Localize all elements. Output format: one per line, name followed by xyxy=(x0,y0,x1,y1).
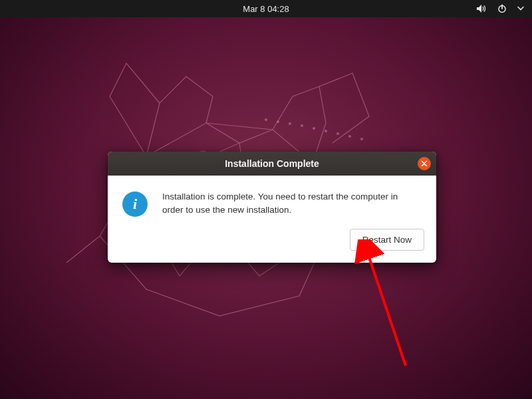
chevron-down-icon[interactable] xyxy=(517,6,524,11)
close-button[interactable] xyxy=(418,157,431,170)
close-icon xyxy=(421,160,428,167)
dialog-actions: Restart Now xyxy=(108,229,436,263)
svg-point-6 xyxy=(289,122,291,125)
svg-point-7 xyxy=(301,124,303,127)
dialog-title: Installation Complete xyxy=(225,158,319,169)
svg-point-11 xyxy=(348,135,351,138)
top-bar: Mar 8 04:28 xyxy=(0,0,532,17)
svg-line-13 xyxy=(367,251,406,366)
svg-point-8 xyxy=(313,127,315,130)
volume-icon[interactable] xyxy=(476,4,487,13)
info-icon-letter: i xyxy=(133,196,137,213)
svg-point-9 xyxy=(325,130,327,132)
svg-point-12 xyxy=(360,138,363,140)
dialog-body: i Installation is complete. You need to … xyxy=(108,176,436,229)
svg-point-10 xyxy=(336,132,339,135)
clock-text: Mar 8 04:28 xyxy=(243,4,289,14)
svg-point-5 xyxy=(277,120,279,123)
dialog-titlebar: Installation Complete xyxy=(108,152,436,176)
svg-point-4 xyxy=(265,118,267,121)
dialog-message: Installation is complete. You need to re… xyxy=(162,190,419,217)
power-icon[interactable] xyxy=(497,4,507,13)
system-tray xyxy=(476,0,524,17)
installation-complete-dialog: Installation Complete i Installation is … xyxy=(108,152,436,263)
restart-now-button[interactable]: Restart Now xyxy=(350,229,424,251)
info-icon: i xyxy=(122,192,148,217)
